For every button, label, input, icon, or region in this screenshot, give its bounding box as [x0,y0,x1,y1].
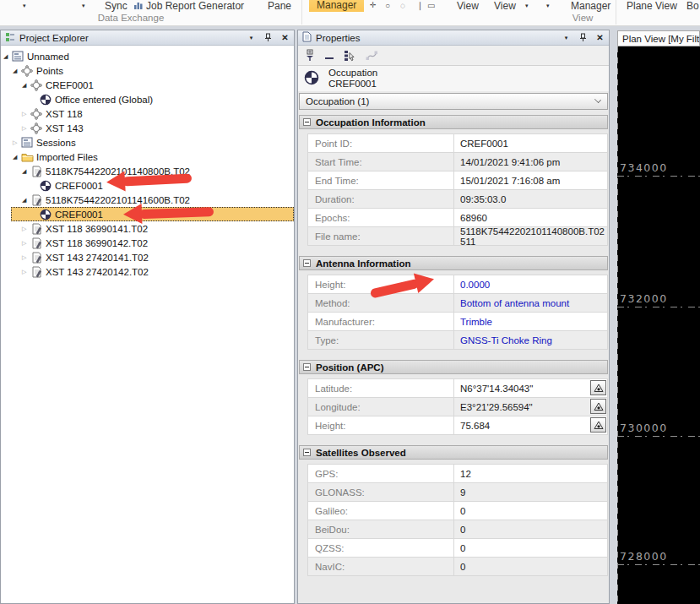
property-value: 09:35:03.0 [454,190,607,208]
job-report-generator-button[interactable]: Job Report Generator [133,0,244,12]
expanded-expander-icon[interactable]: ◢ [3,49,10,63]
collapsed-expander-icon[interactable]: ▷ [22,236,29,250]
chevron-down-icon[interactable]: ▾ [82,3,85,9]
tab-plan-view[interactable]: Plan View [My Filte [617,30,700,46]
tree-item-unnamed[interactable]: ◢Unnamed [1,49,294,63]
occupation-icon [39,93,52,106]
coordinate-format-button[interactable] [590,417,606,433]
collapsed-expander-icon[interactable]: ▷ [22,121,29,135]
expanded-expander-icon[interactable]: ◢ [22,78,29,92]
property-value[interactable]: Trimble [454,313,607,330]
tree-item-office-entered-global-[interactable]: Office entered (Global) [1,92,294,106]
property-row-longitude: Longitude:E3°21'29.56594" [307,398,608,416]
bar-mini-icon[interactable]: ❘ [416,1,423,10]
expanded-expander-icon[interactable]: ◢ [22,193,29,207]
project-explorer-titlebar: Project Explorer ▾ ✕ [1,30,294,46]
tree-item-xst-118[interactable]: ▷XST 118 [1,106,294,121]
flag-mini-icon[interactable]: ✛ [370,1,377,9]
property-value: 68960 [454,209,607,226]
tree-item-label: CREF0001 [55,181,103,191]
close-icon[interactable]: ✕ [279,32,291,44]
coordinate-format-button[interactable] [590,399,606,414]
window-position-menu-button[interactable]: ▾ [560,32,572,44]
partial-right-button[interactable]: Bo [686,0,699,12]
manager-button-2[interactable]: Manager [571,0,610,12]
collapsed-expander-icon[interactable]: ▷ [13,135,19,150]
section-header[interactable]: Occupation Information [299,115,608,129]
tree-item-imported-files[interactable]: ◢Imported Files [1,150,294,164]
property-label: Point ID: [308,134,454,152]
property-value[interactable]: E3°21'29.56594" [454,398,607,416]
tree-item-xst-143[interactable]: ▷XST 143 [1,121,294,135]
collapse-icon[interactable] [303,118,311,126]
pane-button[interactable]: Pane [268,0,291,12]
tree-item-label: XST 143 [46,123,84,133]
property-row-point-id: Point ID:CREF0001 [307,134,608,153]
monitor-mini-icon[interactable]: ▭ [427,1,435,10]
tree-item-label: CREF0001 [55,209,103,220]
property-value[interactable]: 0.0000 [454,275,607,293]
properties-toolbar [298,46,609,66]
rotate-mini-icon[interactable]: ◌ [400,1,405,10]
sync-button[interactable]: Sync [105,0,128,12]
project-explorer-icon [5,32,15,44]
collapse-icon[interactable] [303,259,311,267]
property-value[interactable]: Bottom of antenna mount [454,294,607,312]
section-header[interactable]: Position (APC) [299,360,608,374]
section-rows: Point ID:CREF0001Start Time:14/01/2021 9… [307,133,608,246]
chevron-down-icon[interactable]: ▾ [525,3,529,9]
view-button-2[interactable]: View [494,0,516,12]
chevron-down-icon[interactable]: ▾ [546,3,550,9]
manager-button-active[interactable]: Manager [309,0,364,12]
northing-grid-label: 728000 [620,550,668,563]
window-position-menu-button[interactable]: ▾ [245,32,258,44]
circle-mini-icon[interactable]: ○ [385,1,390,10]
point-icon [30,107,43,120]
coordinate-format-button[interactable] [590,380,606,395]
horizontal-gridline [617,307,700,307]
collapse-icon[interactable] [303,449,311,456]
property-row-start-time: Start Time:14/01/2021 9:41:06 pm [307,153,608,171]
collapsed-expander-icon[interactable]: ▷ [22,250,29,264]
spline-icon [366,50,378,61]
collapsed-expander-icon[interactable]: ▷ [22,106,29,121]
plane-view-button[interactable]: Plane View [627,0,677,12]
tree-item-xst-143-27420142-t02[interactable]: ▷XST 143 27420142.T02 [1,264,294,279]
view-button-1[interactable]: View [457,0,479,12]
tree-item-points[interactable]: ◢Points [1,63,294,78]
property-value[interactable]: GNSS-Ti Choke Ring [454,331,607,349]
expanded-expander-icon[interactable]: ◢ [13,63,19,78]
expanded-expander-icon[interactable]: ◢ [13,150,19,164]
property-row-gps: GPS:12 [307,465,608,483]
collapsed-expander-icon[interactable]: ▷ [22,264,29,279]
property-value[interactable]: 75.684 [454,416,607,434]
close-icon[interactable]: ✕ [594,32,606,44]
points-icon [20,64,34,77]
chevron-down-icon[interactable]: ▾ [23,3,26,9]
property-value[interactable]: N6°37'14.34043" [454,379,607,397]
pin-icon[interactable] [577,32,589,44]
select-objects-icon[interactable] [344,50,356,62]
plan-view-tabbar: Plan View [My Filte [617,30,700,46]
section-header[interactable]: Satellites Observed [299,445,608,460]
collapsed-expander-icon[interactable]: ▷ [22,221,29,236]
properties-titlebar: Properties ▾ ✕ [298,30,609,46]
section-header[interactable]: Antenna Information [299,256,608,270]
expanded-expander-icon[interactable]: ◢ [22,164,29,178]
auto-filter-icon[interactable] [304,49,315,62]
panel-title: Properties [316,33,556,43]
tree-item-xst-118-36990142-t02[interactable]: ▷XST 118 36990142.T02 [1,236,294,250]
collapse-icon[interactable] [303,363,311,371]
tree-item-cref0001[interactable]: ◢CREF0001 [1,78,294,92]
group-label-data-exchange: Data Exchange [80,13,182,23]
property-value: 0 [454,558,607,575]
file-icon [30,265,43,278]
section-rows: Latitude:N6°37'14.34043"Longitude:E3°21'… [307,378,608,435]
separator-line-icon[interactable] [324,50,334,62]
plan-view-canvas[interactable]: 734000732000730000728000 [617,46,700,604]
tree-item-sessions[interactable]: ▷Sessions [1,135,294,150]
object-selector-dropdown[interactable]: Occupation (1) [299,93,608,110]
pin-icon[interactable] [262,32,274,44]
property-row-height: Height:75.684 [307,416,608,435]
tree-item-xst-143-27420141-t02[interactable]: ▷XST 143 27420141.T02 [1,250,294,264]
